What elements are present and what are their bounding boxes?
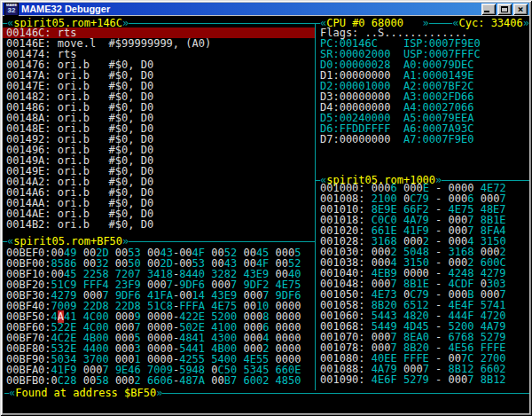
guillemet-open: « bbox=[7, 236, 13, 247]
caption-buttons: × bbox=[481, 4, 528, 15]
app-icon-32-text: 32 bbox=[8, 7, 16, 14]
close-icon: × bbox=[518, 4, 524, 14]
title-bar[interactable]: MAME 32 MAME32 Debugger × bbox=[3, 3, 529, 15]
guillemet-close: » bbox=[156, 388, 162, 398]
minimize-button[interactable] bbox=[481, 4, 496, 15]
register-row: D7:00000000 A7:0007F9E0 bbox=[316, 134, 529, 145]
memory-row[interactable]: 001090: 4E6F 5279 - 0007 8B12 bbox=[316, 374, 529, 385]
left-column: «spirit05.rom+146C» 00146C: rts00146E: m… bbox=[3, 16, 315, 413]
right-column: «CPU #0 68000 »«Cyc: 33406» Flags: ..S..… bbox=[316, 16, 529, 413]
rule-line bbox=[429, 23, 452, 24]
status-text: Found at address $BF50 bbox=[15, 388, 156, 398]
disasm-pane[interactable]: 00146C: rts00146E: move.l #$99999999, (A… bbox=[3, 27, 315, 230]
register-pane: Flags: ..S.............PC:00146C ISP:000… bbox=[316, 27, 529, 145]
rule-line bbox=[162, 393, 529, 394]
memory-left-header: «spirit05.rom+BF50» bbox=[3, 236, 315, 247]
maximize-icon bbox=[501, 6, 508, 12]
debugger-client-area: «spirit05.rom+146C» 00146C: rts00146E: m… bbox=[3, 16, 529, 413]
guillemet-close: » bbox=[122, 236, 129, 247]
memory-left-pane[interactable]: 00BEF0:0049 002D 0053 0043-004F 0052 004… bbox=[3, 247, 315, 386]
rule-line bbox=[129, 23, 315, 24]
minimize-icon bbox=[484, 11, 489, 12]
maximize-button[interactable] bbox=[497, 4, 512, 15]
guillemet-open: « bbox=[9, 388, 15, 398]
app-icon[interactable]: MAME 32 bbox=[4, 3, 19, 16]
memory-left-header-title: spirit05.rom+BF50 bbox=[13, 236, 122, 247]
memory-right-pane[interactable]: 001000: 0006 000E - 0000 4E72001008: 210… bbox=[316, 183, 529, 385]
status-row: «Found at address $BF50» bbox=[3, 388, 529, 398]
debugger-window: MAME 32 MAME32 Debugger × «spirit05.rom+… bbox=[0, 0, 532, 416]
rule-line bbox=[129, 241, 315, 242]
rule-line bbox=[442, 180, 529, 181]
window-title: MAME32 Debugger bbox=[21, 3, 110, 15]
memory-row[interactable]: 00BFB0:0C28 0058 0002 6606-487A 00B7 600… bbox=[3, 375, 315, 386]
disasm-row[interactable]: 0014B2: ori.b #$0, D0 bbox=[3, 219, 315, 230]
close-button[interactable]: × bbox=[513, 4, 528, 15]
